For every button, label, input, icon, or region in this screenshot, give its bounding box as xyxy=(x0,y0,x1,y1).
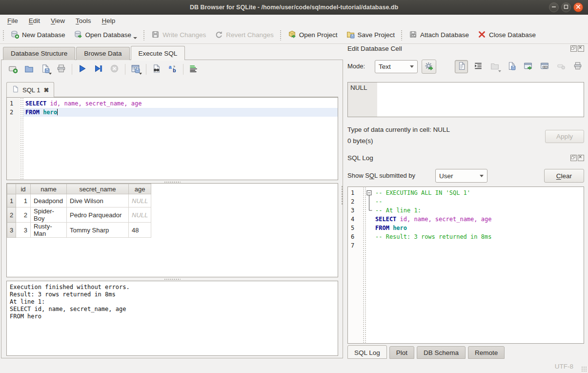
cell-secret_name[interactable]: Pedro Parqueador xyxy=(67,207,129,223)
bottom-tab-db-schema[interactable]: DB Schema xyxy=(417,346,466,359)
close-database-button[interactable]: Close Database xyxy=(473,28,540,42)
bottom-tab-plot[interactable]: Plot xyxy=(389,346,414,359)
close-panel-button[interactable] xyxy=(578,155,584,161)
apply-button[interactable]: Apply xyxy=(545,130,584,143)
bottom-tab-remote[interactable]: Remote xyxy=(468,346,505,359)
export-win-icon xyxy=(524,62,532,72)
menu-help[interactable]: Help xyxy=(97,16,121,25)
close-button[interactable] xyxy=(573,2,583,12)
save-project-button[interactable]: Save Project xyxy=(342,28,400,42)
import-data-button[interactable] xyxy=(505,60,518,73)
open-file-icon xyxy=(24,64,34,75)
execute-all-button[interactable] xyxy=(76,62,89,76)
column-header-id[interactable]: id xyxy=(16,184,31,194)
cell-age[interactable]: NULL xyxy=(129,207,151,223)
menu-view[interactable]: View xyxy=(45,16,70,25)
close-panel-button[interactable] xyxy=(578,45,584,52)
auto-apply-button[interactable] xyxy=(422,60,436,74)
cell-editor-body[interactable] xyxy=(377,83,584,117)
fold-marker-icon[interactable] xyxy=(366,188,373,197)
clear-log-button[interactable]: Clear xyxy=(544,169,584,183)
bottom-tab-sql-log[interactable]: SQL Log xyxy=(347,345,387,359)
log-line-6: -- Result: 3 rows returned in 8ms xyxy=(373,232,584,241)
mode-select[interactable]: Text xyxy=(375,60,418,73)
close-x-icon xyxy=(578,45,584,52)
open-project-button[interactable]: Open Project xyxy=(284,28,342,42)
menu-file[interactable]: File xyxy=(2,16,23,25)
editor-fold-strip xyxy=(20,98,23,180)
print-sql-button[interactable] xyxy=(55,62,68,76)
save-results-button[interactable] xyxy=(129,62,142,76)
undock-button[interactable] xyxy=(570,45,577,52)
row-header[interactable]: 2 xyxy=(7,207,16,223)
cell-id[interactable]: 2 xyxy=(16,207,31,223)
new-database-icon xyxy=(11,30,19,40)
bottom-tab-bar: SQL LogPlotDB SchemaRemote xyxy=(347,345,507,359)
svg-text:a: a xyxy=(169,64,172,70)
print-cell-button[interactable] xyxy=(571,60,584,73)
column-header-age[interactable]: age xyxy=(129,184,151,194)
save-project-icon xyxy=(346,30,355,40)
export-data-button[interactable] xyxy=(521,60,534,73)
cell-age[interactable]: NULL xyxy=(129,194,151,207)
results-grid[interactable]: idnamesecret_nameage11DeadpondDive Wilso… xyxy=(6,183,338,277)
word-wrap-button[interactable] xyxy=(471,60,485,73)
column-header-name[interactable]: name xyxy=(31,184,67,194)
resize-grip[interactable] xyxy=(581,366,587,372)
cell-secret_name[interactable]: Tommy Sharp xyxy=(67,223,129,238)
new-database-button[interactable]: New Database xyxy=(6,28,70,42)
cell-secret_name[interactable]: Dive Wilson xyxy=(67,194,129,207)
sql-1-tab[interactable]: SQL 1 ✖ xyxy=(6,82,54,97)
open-project-icon xyxy=(288,30,296,40)
splitter-results-message[interactable] xyxy=(6,278,338,280)
cell-name[interactable]: Deadpond xyxy=(31,194,67,207)
chevron-down-icon[interactable] xyxy=(133,37,137,39)
row-header[interactable]: 1 xyxy=(7,194,16,207)
gear-apply-icon xyxy=(425,62,434,72)
splitter-main-vertical[interactable] xyxy=(341,186,344,205)
menu-tools[interactable]: Tools xyxy=(70,16,97,25)
open-sql-file-button[interactable] xyxy=(22,62,36,76)
text-view-button[interactable] xyxy=(455,60,468,73)
save-sql-file-button[interactable] xyxy=(39,62,52,76)
log-filter-select[interactable]: User xyxy=(435,169,487,183)
format-icon xyxy=(189,64,198,75)
cell-id[interactable]: 3 xyxy=(16,223,31,238)
maximize-button[interactable] xyxy=(561,2,571,12)
tab-browse-data[interactable]: Browse Data xyxy=(76,47,129,60)
cell-name[interactable]: Spider-Boy xyxy=(31,207,67,223)
execute-current-button[interactable] xyxy=(92,62,105,76)
cell-name[interactable]: Rusty-Man xyxy=(31,223,67,238)
cell-id[interactable]: 1 xyxy=(16,194,31,207)
chevron-down-icon[interactable] xyxy=(139,73,142,75)
sql-file-icon xyxy=(12,85,19,94)
tab-database-structure[interactable]: Database Structure xyxy=(3,47,75,60)
cell-value-editor[interactable]: NULL xyxy=(347,82,584,117)
menu-edit[interactable]: Edit xyxy=(23,16,45,25)
execution-message-area[interactable]: Execution finished without errors. Resul… xyxy=(6,281,338,356)
find-button[interactable] xyxy=(150,62,163,76)
minimize-button[interactable] xyxy=(549,2,559,12)
copy-link-button[interactable] xyxy=(538,60,551,73)
chevron-down-icon[interactable] xyxy=(49,73,52,75)
replace-button[interactable]: ab xyxy=(166,62,179,76)
open-in-editor-button xyxy=(488,60,501,73)
table-row: 33Rusty-ManTommy Sharp48 xyxy=(7,223,151,238)
open-database-button[interactable]: Open Database xyxy=(70,28,142,42)
column-header-secret_name[interactable]: secret_name xyxy=(67,184,129,194)
sql-tab-label: SQL 1 xyxy=(22,86,40,94)
tab-execute-sql[interactable]: Execute SQL xyxy=(131,46,185,60)
sql-editor[interactable]: 12 SELECT id, name, secret_name, ageFROM… xyxy=(6,97,338,180)
new-sql-tab-button[interactable] xyxy=(6,62,20,76)
format-sql-button[interactable] xyxy=(187,62,200,76)
cell-age[interactable]: 48 xyxy=(129,223,151,238)
sql-editor-toolbar: ab xyxy=(6,62,203,76)
row-header[interactable]: 3 xyxy=(7,223,16,238)
log-filter-label: Show SQL submitted by xyxy=(347,172,415,179)
float-icon xyxy=(571,45,576,52)
close-tab-icon[interactable]: ✖ xyxy=(43,86,49,94)
attach-database-button[interactable]: Attach Database xyxy=(405,28,473,42)
sql-log-view[interactable]: 1234567 -- EXECUTING ALL IN 'SQL 1'---- … xyxy=(347,186,584,344)
corner-cell[interactable] xyxy=(7,184,16,194)
undock-button[interactable] xyxy=(570,155,577,161)
